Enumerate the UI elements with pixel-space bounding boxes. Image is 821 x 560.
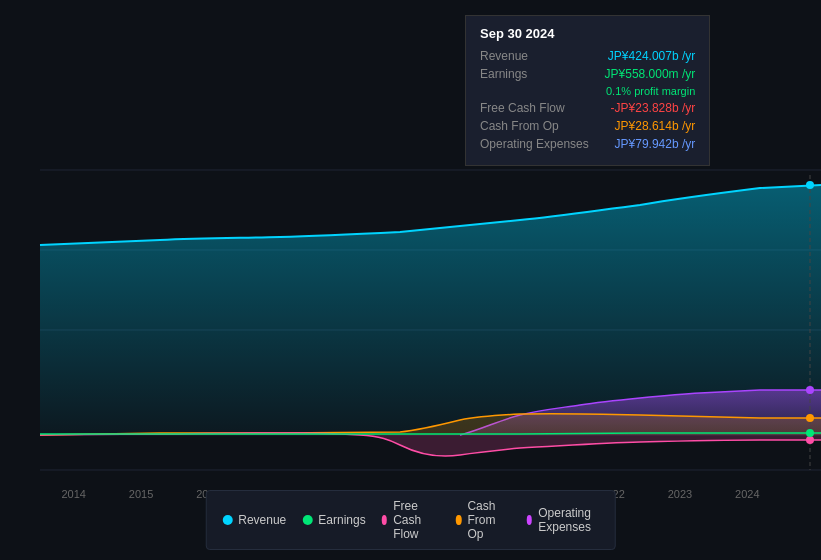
tooltip-row-opex: Operating Expenses JP¥79.942b /yr <box>480 137 695 151</box>
chart-container: Sep 30 2024 Revenue JP¥424.007b /yr Earn… <box>0 0 821 560</box>
tooltip-value-earnings: JP¥558.000m /yr <box>605 67 696 81</box>
tooltip-profit-margin: 0.1% profit margin <box>606 85 695 97</box>
legend-dot-earnings <box>302 515 312 525</box>
x-label-2024: 2024 <box>735 488 759 500</box>
cashfromop-dot <box>806 414 814 422</box>
x-label-2023: 2023 <box>668 488 692 500</box>
legend-label-opex: Operating Expenses <box>538 506 599 534</box>
tooltip-box: Sep 30 2024 Revenue JP¥424.007b /yr Earn… <box>465 15 710 166</box>
tooltip-value-revenue: JP¥424.007b /yr <box>608 49 695 63</box>
tooltip-row-revenue: Revenue JP¥424.007b /yr <box>480 49 695 63</box>
legend-label-cashfromop: Cash From Op <box>467 499 510 541</box>
legend-item-opex[interactable]: Operating Expenses <box>527 506 599 534</box>
legend-label-fcf: Free Cash Flow <box>393 499 440 541</box>
legend-item-cashfromop[interactable]: Cash From Op <box>456 499 511 541</box>
tooltip-label-earnings: Earnings <box>480 67 600 81</box>
legend: Revenue Earnings Free Cash Flow Cash Fro… <box>205 490 616 550</box>
x-label-2015: 2015 <box>129 488 153 500</box>
tooltip-row-earnings: Earnings JP¥558.000m /yr <box>480 67 695 81</box>
legend-item-revenue[interactable]: Revenue <box>222 513 286 527</box>
legend-dot-revenue <box>222 515 232 525</box>
legend-item-earnings[interactable]: Earnings <box>302 513 365 527</box>
tooltip-row-fcf: Free Cash Flow -JP¥23.828b /yr <box>480 101 695 115</box>
earnings-dot <box>806 429 814 437</box>
legend-dot-opex <box>527 515 533 525</box>
x-label-2014: 2014 <box>61 488 85 500</box>
tooltip-row-profit-margin: 0.1% profit margin <box>480 85 695 97</box>
tooltip-row-cashfromop: Cash From Op JP¥28.614b /yr <box>480 119 695 133</box>
opex-dot <box>806 386 814 394</box>
tooltip-label-fcf: Free Cash Flow <box>480 101 600 115</box>
tooltip-label-cashfromop: Cash From Op <box>480 119 600 133</box>
tooltip-label-opex: Operating Expenses <box>480 137 600 151</box>
tooltip-label-revenue: Revenue <box>480 49 600 63</box>
tooltip-value-fcf: -JP¥23.828b /yr <box>611 101 696 115</box>
tooltip-date: Sep 30 2024 <box>480 26 695 41</box>
fcf-dot <box>806 436 814 444</box>
legend-label-revenue: Revenue <box>238 513 286 527</box>
legend-dot-fcf <box>382 515 388 525</box>
revenue-dot <box>806 181 814 189</box>
legend-dot-cashfromop <box>456 515 462 525</box>
legend-item-fcf[interactable]: Free Cash Flow <box>382 499 440 541</box>
tooltip-value-opex: JP¥79.942b /yr <box>615 137 696 151</box>
legend-label-earnings: Earnings <box>318 513 365 527</box>
tooltip-value-cashfromop: JP¥28.614b /yr <box>615 119 696 133</box>
